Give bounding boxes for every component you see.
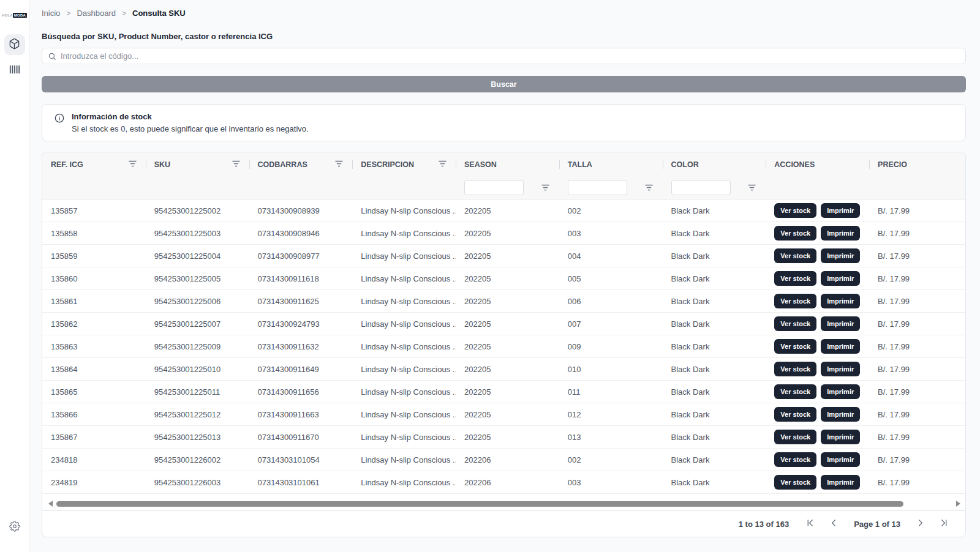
column-header-descripcion[interactable]: DESCRIPCION — [352, 152, 456, 176]
scrollbar-thumb[interactable] — [56, 501, 903, 507]
cell-codbarras: 07314300911632 — [249, 335, 353, 357]
cell-descripcion: Lindsay N-slip Conscious ... — [352, 403, 456, 425]
filter-icon[interactable] — [129, 160, 137, 169]
cell-ref-icg: 135859 — [42, 245, 146, 267]
cell-precio: B/. 17.99 — [869, 358, 965, 380]
cell-ref-icg: 234818 — [42, 449, 146, 471]
imprimir-button[interactable]: Imprimir — [821, 430, 860, 444]
ver-stock-button[interactable]: Ver stock — [774, 475, 816, 490]
logo-text-hola: HOLA — [2, 13, 13, 17]
imprimir-button[interactable]: Imprimir — [821, 294, 860, 308]
column-header-sku[interactable]: SKU — [146, 152, 249, 176]
filter-icon[interactable] — [232, 160, 240, 169]
cell-codbarras: 07314300911670 — [249, 426, 353, 448]
imprimir-button[interactable]: Imprimir — [821, 339, 860, 354]
table-filter-row — [42, 176, 965, 200]
pagination-range: 1 to 13 of 163 — [739, 520, 789, 529]
table-row: 135860 954253001225005 07314300911618 Li… — [42, 267, 965, 290]
imprimir-button[interactable]: Imprimir — [821, 203, 860, 218]
imprimir-button[interactable]: Imprimir — [821, 452, 860, 467]
filter-icon[interactable] — [335, 160, 343, 169]
ver-stock-button[interactable]: Ver stock — [774, 203, 816, 218]
imprimir-button[interactable]: Imprimir — [821, 248, 860, 263]
ver-stock-button[interactable]: Ver stock — [774, 339, 816, 354]
column-header-codbarras[interactable]: CODBARRAS — [249, 152, 353, 176]
ver-stock-button[interactable]: Ver stock — [774, 248, 816, 263]
cell-codbarras: 07314300908977 — [249, 245, 353, 267]
ver-stock-button[interactable]: Ver stock — [774, 452, 816, 467]
buscar-button[interactable]: Buscar — [42, 76, 966, 92]
cell-color: Black Dark — [663, 222, 766, 244]
imprimir-button[interactable]: Imprimir — [821, 475, 860, 490]
cell-talla: 002 — [559, 200, 663, 222]
ver-stock-button[interactable]: Ver stock — [774, 226, 816, 241]
column-header-talla[interactable]: TALLA — [559, 152, 663, 176]
breadcrumb-consulta-sku: Consulta SKU — [132, 9, 186, 18]
sidebar-item-products[interactable] — [4, 34, 25, 55]
cell-ref-icg: 135866 — [42, 403, 146, 425]
settings-button[interactable] — [4, 517, 25, 537]
next-page-button[interactable] — [916, 519, 924, 529]
ver-stock-button[interactable]: Ver stock — [774, 362, 816, 376]
imprimir-button[interactable]: Imprimir — [821, 271, 860, 286]
previous-page-button[interactable] — [830, 519, 838, 529]
season-filter-input[interactable] — [464, 180, 524, 195]
cell-sku: 954253001225007 — [146, 313, 249, 335]
filter-icon[interactable] — [645, 182, 653, 193]
sidebar-item-barcode[interactable] — [4, 60, 25, 81]
imprimir-button[interactable]: Imprimir — [821, 362, 860, 376]
ver-stock-button[interactable]: Ver stock — [774, 271, 816, 286]
breadcrumb-inicio[interactable]: Inicio — [42, 9, 60, 18]
imprimir-button[interactable]: Imprimir — [821, 384, 860, 399]
filter-icon[interactable] — [748, 182, 756, 193]
column-header-color[interactable]: COLOR — [663, 152, 766, 176]
cell-season: 202205 — [456, 426, 559, 448]
scroll-left-arrow-icon[interactable] — [48, 501, 53, 507]
cell-sku: 954253001225013 — [146, 426, 249, 448]
cell-descripcion: Lindsay N-slip Conscious ... — [352, 471, 456, 493]
cell-precio: B/. 17.99 — [869, 245, 965, 267]
stock-info-card: Información de stock Si el stock es 0, e… — [42, 104, 966, 141]
column-header-season[interactable]: SEASON — [456, 152, 559, 176]
cell-descripcion: Lindsay N-slip Conscious ... — [352, 245, 456, 267]
breadcrumb-dashboard[interactable]: Dashboard — [77, 9, 116, 18]
scroll-right-arrow-icon[interactable] — [956, 501, 960, 507]
search-input[interactable] — [61, 51, 960, 61]
column-header-precio[interactable]: PRECIO — [869, 152, 965, 176]
cell-color: Black Dark — [663, 381, 766, 403]
cell-season: 202205 — [456, 200, 559, 222]
logo-text-moda: MODA — [13, 13, 27, 18]
cell-talla: 005 — [559, 267, 663, 289]
cell-ref-icg: 135863 — [42, 335, 146, 357]
cell-season: 202205 — [456, 335, 559, 357]
breadcrumb-separator: > — [66, 9, 70, 18]
cell-sku: 954253001225006 — [146, 290, 249, 312]
color-filter-input[interactable] — [671, 180, 731, 195]
cell-acciones: Ver stock Imprimir — [766, 449, 869, 471]
cell-codbarras: 07314300908939 — [249, 200, 353, 222]
column-header-ref-icg[interactable]: REF. ICG — [42, 152, 146, 176]
cell-sku: 954253001225002 — [146, 200, 249, 222]
table-row: 135865 954253001225011 07314300911656 Li… — [42, 381, 965, 403]
cell-precio: B/. 17.99 — [869, 335, 965, 357]
cell-color: Black Dark — [663, 471, 766, 493]
ver-stock-button[interactable]: Ver stock — [774, 316, 816, 331]
cell-season: 202206 — [456, 471, 559, 493]
first-page-button[interactable] — [806, 519, 814, 529]
filter-icon[interactable] — [439, 160, 447, 169]
imprimir-button[interactable]: Imprimir — [821, 226, 860, 241]
ver-stock-button[interactable]: Ver stock — [774, 430, 816, 444]
chevron-left-icon — [830, 519, 838, 529]
cell-color: Black Dark — [663, 449, 766, 471]
ver-stock-button[interactable]: Ver stock — [774, 294, 816, 308]
ver-stock-button[interactable]: Ver stock — [774, 384, 816, 399]
talla-filter-input[interactable] — [568, 180, 627, 195]
last-page-button[interactable] — [940, 519, 948, 529]
ver-stock-button[interactable]: Ver stock — [774, 407, 816, 422]
filter-icon[interactable] — [541, 182, 549, 193]
imprimir-button[interactable]: Imprimir — [821, 316, 860, 331]
imprimir-button[interactable]: Imprimir — [821, 407, 860, 422]
cell-talla: 007 — [559, 313, 663, 335]
scrollbar-track[interactable] — [56, 501, 952, 507]
cell-talla: 013 — [559, 426, 663, 448]
